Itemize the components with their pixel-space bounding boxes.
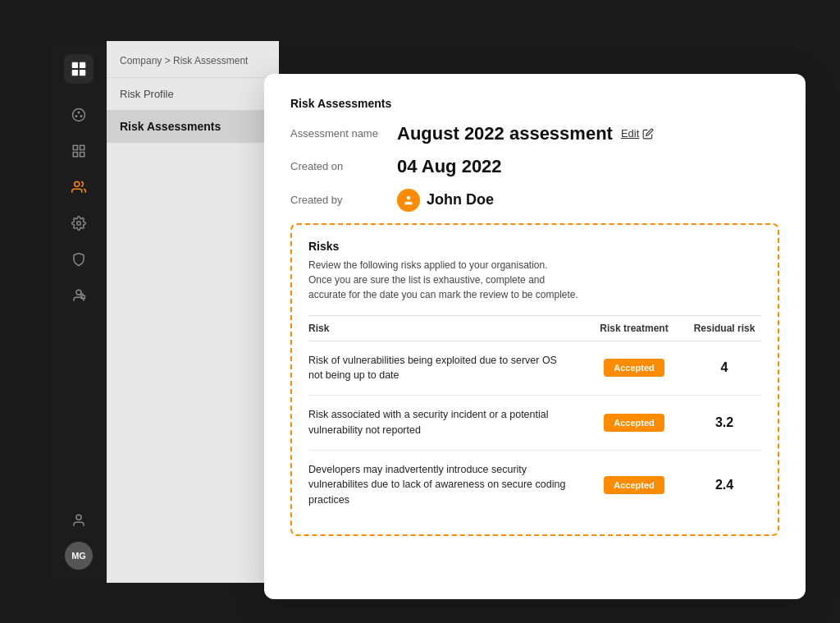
- created-on-label: Created on: [290, 160, 397, 172]
- sidebar: MG: [51, 41, 107, 583]
- svg-rect-9: [80, 145, 84, 149]
- edit-label: Edit: [621, 127, 639, 140]
- main-card: Risk Assessments Assessment name August …: [264, 74, 806, 599]
- svg-rect-2: [72, 69, 78, 75]
- svg-point-7: [75, 115, 77, 117]
- risk-row: Risk of vulnerabilities being exploited …: [308, 341, 761, 396]
- badge-accepted-2: Accepted: [604, 414, 664, 432]
- edit-link[interactable]: Edit: [621, 127, 654, 140]
- risks-table-header: Risk Risk treatment Residual risk: [308, 315, 761, 341]
- svg-point-12: [75, 181, 80, 186]
- user-cell: John Doe: [397, 189, 494, 212]
- svg-rect-10: [73, 152, 77, 156]
- svg-point-4: [73, 108, 85, 121]
- settings-icon[interactable]: [64, 208, 94, 238]
- svg-point-6: [80, 115, 82, 117]
- badge-accepted-3: Accepted: [604, 476, 664, 494]
- assessment-name-row: Assessment name August 2022 assessment E…: [290, 123, 779, 144]
- user-avatar-icon: [397, 189, 420, 212]
- col-residual-header: Residual risk: [687, 323, 761, 334]
- risk-residual-1: 4: [687, 360, 761, 375]
- sidebar-bottom: MG: [64, 506, 94, 570]
- svg-point-17: [407, 195, 411, 199]
- grid-icon[interactable]: [64, 136, 94, 166]
- risk-row: Developers may inadvertently introduce s…: [308, 451, 761, 520]
- assessment-name-value: August 2022 assessment: [397, 123, 613, 144]
- col-treatment-header: Risk treatment: [581, 323, 687, 334]
- risk-treatment-3: Accepted: [581, 476, 687, 494]
- risk-text-1: Risk of vulnerabilities being exploited …: [308, 353, 581, 384]
- assessment-name-label: Assessment name: [290, 127, 397, 140]
- created-on-row: Created on 04 Aug 2022: [290, 156, 779, 177]
- user-avatar[interactable]: MG: [65, 542, 93, 570]
- nav-item-risk-profile[interactable]: Risk Profile: [107, 78, 279, 110]
- svg-rect-0: [72, 62, 78, 67]
- svg-point-16: [76, 515, 81, 520]
- lock-user-icon[interactable]: [64, 281, 94, 310]
- svg-rect-15: [81, 295, 85, 299]
- risk-residual-3: 2.4: [687, 478, 761, 492]
- pencil-icon: [642, 128, 654, 140]
- nav-panel: Company > Risk Assessment Risk Profile R…: [107, 41, 279, 583]
- section-title: Risk Assessments: [290, 97, 779, 110]
- risk-treatment-2: Accepted: [581, 414, 687, 432]
- col-risk-header: Risk: [308, 323, 581, 334]
- created-on-value: 04 Aug 2022: [397, 156, 502, 177]
- risks-description: Review the following risks applied to yo…: [308, 258, 761, 302]
- svg-rect-1: [80, 62, 85, 67]
- risk-text-3: Developers may inadvertently introduce s…: [308, 462, 581, 508]
- svg-rect-8: [73, 145, 77, 149]
- breadcrumb: Company > Risk Assessment: [107, 41, 279, 78]
- risks-box: Risks Review the following risks applied…: [290, 223, 779, 536]
- risk-residual-2: 3.2: [687, 415, 761, 430]
- users-icon[interactable]: [64, 172, 94, 202]
- app-container: MG Company > Risk Assessment Risk Profil…: [51, 41, 789, 583]
- svg-rect-11: [80, 152, 84, 156]
- profile-icon[interactable]: [64, 506, 94, 535]
- app-logo[interactable]: [64, 54, 94, 84]
- nav-item-risk-assessments[interactable]: Risk Assessments: [107, 110, 279, 143]
- risks-title: Risks: [308, 240, 761, 253]
- created-by-label: Created by: [290, 194, 397, 206]
- svg-rect-3: [80, 69, 85, 75]
- palette-icon[interactable]: [64, 100, 94, 130]
- created-by-value: John Doe: [427, 191, 494, 208]
- svg-point-5: [78, 112, 80, 113]
- risk-treatment-1: Accepted: [581, 359, 687, 377]
- risk-text-2: Risk associated with a security incident…: [308, 407, 581, 438]
- svg-point-13: [77, 221, 81, 225]
- created-by-row: Created by John Doe: [290, 189, 779, 212]
- badge-accepted-1: Accepted: [604, 359, 664, 377]
- shield-icon[interactable]: [64, 245, 94, 274]
- risk-row: Risk associated with a security incident…: [308, 396, 761, 451]
- breadcrumb-text: Company > Risk Assessment: [120, 55, 248, 66]
